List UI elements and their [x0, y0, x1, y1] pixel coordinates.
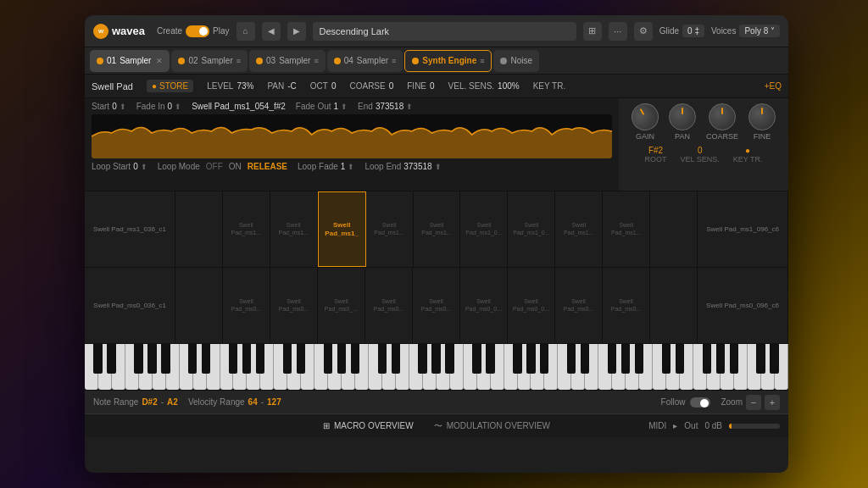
black-key-4-1[interactable] [472, 344, 481, 374]
end-value[interactable]: 373518 [376, 102, 403, 111]
fade-in-stepper[interactable]: ⬆ [175, 103, 181, 111]
black-key-1-4[interactable] [229, 344, 237, 374]
sample-cell-bot-1[interactable] [175, 268, 223, 343]
sample-cell-top-11[interactable] [650, 191, 698, 267]
tab-sampler-04[interactable]: 04 Sampler ≡ [327, 50, 403, 72]
sample-cell-bot-11[interactable] [650, 268, 698, 343]
velocity-start[interactable]: 64 [248, 397, 258, 407]
sample-cell-top-0[interactable]: Swell Pad_ms1_036_c1 [85, 191, 175, 267]
gain-knob[interactable] [626, 98, 664, 136]
vel-sens-value[interactable]: 100% [498, 81, 520, 91]
sample-cell-bot-10[interactable]: SwellPad_ms0... [603, 268, 650, 343]
tab-sampler-02[interactable]: 02 Sampler ≡ [171, 50, 248, 72]
tab-close-01[interactable]: ✕ [156, 57, 163, 65]
sample-cell-bot-3[interactable]: SwellPad_ms0... [270, 268, 318, 343]
macro-overview-button[interactable]: ⊞ MACRO OVERVIEW [323, 421, 414, 430]
sample-cell-bot-8[interactable]: SwellPad_ms0_0... [508, 268, 555, 343]
pan-knob[interactable] [669, 103, 696, 130]
loop-fade-stepper[interactable]: ⬆ [348, 163, 354, 171]
loop-off-label[interactable]: OFF [206, 162, 223, 171]
black-key-0-1[interactable] [93, 344, 102, 374]
sample-cell-top-3[interactable]: SwellPad_ms1... [270, 191, 318, 267]
mode-toggle[interactable] [186, 25, 209, 37]
fine-knob[interactable] [748, 103, 776, 130]
level-value[interactable]: 73% [236, 81, 253, 91]
store-button[interactable]: ● STORE [147, 80, 193, 92]
black-key-0-5[interactable] [147, 344, 156, 374]
sample-cell-top-4-highlighted[interactable]: SwellPad_ms1_ [318, 191, 366, 267]
coarse-value[interactable]: 0 [389, 81, 394, 91]
prev-button[interactable]: ◀ [262, 22, 281, 41]
sample-cell-bot-12[interactable]: Swell Pad_ms0_096_c6 [698, 268, 788, 343]
black-key-0-2[interactable] [107, 344, 115, 374]
black-key-4-6[interactable] [540, 344, 548, 374]
settings-button[interactable]: ⚙ [634, 22, 653, 41]
glide-value[interactable]: 0 ‡ [682, 25, 704, 37]
tab-settings-synth[interactable]: ≡ [480, 57, 484, 65]
tab-settings-04[interactable]: ≡ [392, 57, 396, 65]
black-key-5-1[interactable] [567, 344, 576, 374]
black-key-2-4[interactable] [324, 344, 332, 374]
sample-cell-bot-5[interactable]: SwellPad_ms0... [365, 268, 413, 343]
black-key-6-4[interactable] [703, 344, 711, 374]
note-range-end[interactable]: A2 [167, 397, 178, 407]
coarse-knob[interactable] [709, 103, 736, 130]
sample-cell-top-7[interactable]: SwellPad_ms1_0... [460, 191, 508, 267]
modulation-overview-button[interactable]: 〜 MODULATION OVERVIEW [434, 420, 550, 432]
black-key-1-1[interactable] [188, 344, 197, 374]
black-key-3-6[interactable] [445, 344, 453, 374]
black-key-2-6[interactable] [351, 344, 359, 374]
black-key-1-2[interactable] [202, 344, 210, 374]
black-key-0-4[interactable] [134, 344, 142, 374]
black-key-3-2[interactable] [392, 344, 400, 374]
sample-cell-top-2[interactable]: SwellPad_ms1... [223, 191, 270, 267]
sample-cell-top-10[interactable]: SwellPad_ms1... [603, 191, 650, 267]
tab-sampler-01[interactable]: 01 Sampler ✕ [90, 50, 170, 72]
black-key-0-6[interactable] [161, 344, 170, 374]
velocity-end[interactable]: 127 [267, 397, 281, 407]
loop-start-stepper[interactable]: ⬆ [141, 163, 147, 171]
sample-cell-bot-7[interactable]: SwellPad_ms0_0... [460, 268, 508, 343]
sample-cell-top-5[interactable]: SwellPad_ms1... [366, 191, 414, 267]
start-value[interactable]: 0 [112, 102, 117, 111]
sample-cell-bot-2[interactable]: SwellPad_ms0... [223, 268, 270, 343]
fade-in-value[interactable]: 0 [168, 102, 173, 111]
black-key-1-6[interactable] [256, 344, 264, 374]
sample-cell-top-1[interactable] [175, 191, 223, 267]
end-stepper[interactable]: ⬆ [406, 103, 413, 111]
loop-end-stepper[interactable]: ⬆ [435, 163, 442, 171]
black-key-6-2[interactable] [676, 344, 684, 374]
sample-cell-top-8[interactable]: SwellPad_ms1_0... [508, 191, 555, 267]
tab-sampler-03[interactable]: 03 Sampler ≡ [249, 50, 326, 72]
tab-settings-02[interactable]: ≡ [236, 57, 241, 65]
black-key-5-2[interactable] [581, 344, 589, 374]
black-key-3-5[interactable] [431, 344, 440, 374]
sample-cell-bot-4[interactable]: SwellPad_ms0_... [318, 268, 365, 343]
black-key-5-6[interactable] [635, 344, 643, 374]
zoom-plus-button[interactable]: + [765, 395, 780, 410]
black-key-2-2[interactable] [297, 344, 305, 374]
black-key-2-5[interactable] [337, 344, 346, 374]
sample-cell-top-6[interactable]: SwellPad_ms1... [414, 191, 461, 267]
tab-synth-engine[interactable]: Synth Engine ≡ [404, 50, 492, 72]
black-key-7-2[interactable] [770, 344, 778, 374]
loop-start-value[interactable]: 0 [133, 162, 138, 171]
black-key-4-4[interactable] [513, 344, 521, 374]
black-key-3-4[interactable] [418, 344, 426, 374]
fade-out-stepper[interactable]: ⬆ [341, 103, 348, 111]
fine-value[interactable]: 0 [430, 81, 435, 91]
next-button[interactable]: ▶ [287, 22, 306, 41]
black-key-6-6[interactable] [730, 344, 738, 374]
black-key-6-1[interactable] [662, 344, 670, 374]
tab-noise[interactable]: Noise [493, 50, 539, 72]
tab-settings-03[interactable]: ≡ [314, 57, 318, 65]
pan-value[interactable]: -C [287, 81, 297, 91]
black-key-1-5[interactable] [242, 344, 251, 374]
black-key-7-1[interactable] [756, 344, 765, 374]
voices-value[interactable]: Poly 8 ˅ [739, 25, 780, 37]
black-key-4-5[interactable] [526, 344, 535, 374]
oct-value[interactable]: 0 [331, 81, 337, 91]
black-key-5-5[interactable] [621, 344, 630, 374]
black-key-5-4[interactable] [608, 344, 616, 374]
start-stepper[interactable]: ⬆ [120, 103, 126, 111]
